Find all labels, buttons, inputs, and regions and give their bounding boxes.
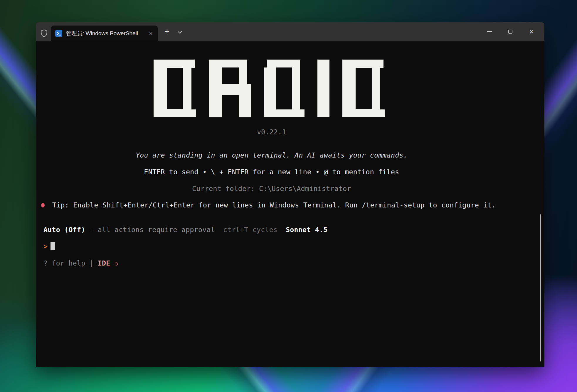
minimize-icon <box>487 31 492 32</box>
maximize-icon <box>508 30 512 34</box>
tab-powershell[interactable]: 管理员: Windows PowerShell × <box>51 26 158 41</box>
text-cursor <box>51 242 55 250</box>
close-icon: × <box>529 28 534 36</box>
tip-row: Tip: Enable Shift+Enter/Ctrl+Enter for n… <box>41 201 496 209</box>
terminal-content[interactable]: v0.22.1 You are standing in an open term… <box>36 41 544 367</box>
help-separator: | <box>89 259 93 267</box>
status-row: Auto (Off)– all actions require approval… <box>43 226 328 234</box>
desktop-wallpaper: 管理员: Windows PowerShell × + × v0.22.1 Yo… <box>0 0 577 392</box>
help-text: ? for help <box>43 259 85 267</box>
model-label: Sonnet 4.5 <box>286 226 327 234</box>
terminal-window: 管理员: Windows PowerShell × + × v0.22.1 Yo… <box>36 22 544 367</box>
current-folder-text: Current folder: C:\Users\Administrator <box>36 185 507 193</box>
ide-status-label: IDE <box>98 259 110 267</box>
close-button[interactable]: × <box>521 22 542 41</box>
tab-dropdown-chevron-icon[interactable] <box>177 31 182 34</box>
keyboard-hints-text: ENTER to send • \ + ENTER for a new line… <box>36 168 507 176</box>
prompt-input[interactable]: > <box>43 242 55 251</box>
tip-bullet-icon <box>41 203 45 207</box>
tab-close-icon[interactable]: × <box>148 30 154 37</box>
droid-logo-svg <box>154 60 385 117</box>
minimize-button[interactable] <box>479 22 500 41</box>
auto-mode-description: – all actions require approval <box>89 226 215 234</box>
ide-connecting-spinner-icon <box>115 262 118 266</box>
cycle-hint: ctrl+T cycles <box>223 226 277 234</box>
titlebar[interactable]: 管理员: Windows PowerShell × + × <box>36 22 544 41</box>
admin-shield-icon <box>41 29 47 37</box>
maximize-button[interactable] <box>500 22 521 41</box>
powershell-icon <box>55 30 62 37</box>
window-controls: × <box>479 22 542 41</box>
scrollbar-thumb[interactable] <box>540 214 541 361</box>
tab-title: 管理员: Windows PowerShell <box>66 30 144 37</box>
auto-mode-label: Auto (Off) <box>43 226 85 234</box>
new-tab-button[interactable]: + <box>162 26 172 37</box>
tip-text: Tip: Enable Shift+Enter/Ctrl+Enter for n… <box>52 201 496 209</box>
help-row: ? for help|IDE <box>43 259 118 267</box>
version-text: v0.22.1 <box>36 128 507 136</box>
prompt-char: > <box>43 243 48 250</box>
tagline-text: You are standing in an open terminal. An… <box>36 151 507 159</box>
